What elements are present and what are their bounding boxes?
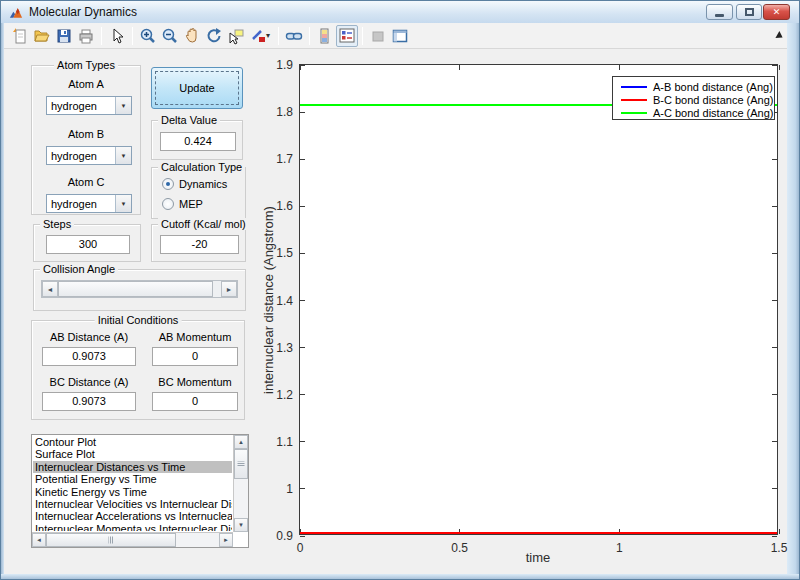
atom-types-panel: Atom Types Atom A hydrogen ▼ Atom B hydr… xyxy=(31,65,141,215)
slider-right-arrow[interactable]: ► xyxy=(221,281,237,297)
toolbar-separator xyxy=(309,27,310,45)
new-figure-button[interactable] xyxy=(9,25,31,47)
plot-type-list[interactable]: Contour PlotSurface PlotInternuclear Dis… xyxy=(31,434,249,548)
vertical-scrollbar[interactable]: ▲ ▼ xyxy=(233,435,248,532)
scroll-right-arrow[interactable]: ► xyxy=(219,533,233,547)
y-tick-mark xyxy=(300,112,305,113)
vertical-scroll-thumb[interactable] xyxy=(234,449,248,479)
atom-c-dropdown[interactable]: hydrogen ▼ xyxy=(46,194,132,213)
list-item[interactable]: Internuclear Velocities vs Internuclear … xyxy=(33,498,232,510)
link-plot-button[interactable] xyxy=(283,25,305,47)
scroll-left-arrow[interactable]: ◄ xyxy=(32,533,46,547)
y-tick-mark xyxy=(772,159,777,160)
atom-b-dropdown[interactable]: hydrogen ▼ xyxy=(46,146,132,165)
save-figure-button[interactable] xyxy=(53,25,75,47)
insert-legend-button[interactable] xyxy=(336,25,358,47)
legend-entry: A-B bond distance (Ang) xyxy=(613,80,774,93)
ab-distance-field[interactable]: 0.9073 xyxy=(42,347,136,366)
y-tick-mark xyxy=(300,441,305,442)
zoom-in-icon xyxy=(139,27,157,45)
open-file-button[interactable] xyxy=(31,25,53,47)
hide-plot-tools-button[interactable] xyxy=(367,25,389,47)
y-tick-mark xyxy=(772,488,777,489)
maximize-button[interactable] xyxy=(736,4,762,20)
zoom-out-button[interactable] xyxy=(159,25,181,47)
chevron-down-icon[interactable]: ▼ xyxy=(115,97,131,114)
zoom-in-button[interactable] xyxy=(137,25,159,47)
ab-distance-label: AB Distance (A) xyxy=(42,331,136,343)
scroll-down-arrow[interactable]: ▼ xyxy=(234,518,248,532)
horizontal-scroll-thumb[interactable] xyxy=(46,533,176,547)
dynamics-radio[interactable]: Dynamics xyxy=(162,178,227,190)
data-cursor-icon xyxy=(227,27,245,45)
horizontal-scrollbar[interactable]: ◄ ► xyxy=(32,532,233,547)
brush-dropdown-caret-icon[interactable]: ▾ xyxy=(266,31,274,40)
x-axis-label: time xyxy=(526,550,551,565)
radio-1[interactable] xyxy=(162,198,174,210)
collision-angle-slider[interactable]: ◄ ► xyxy=(41,280,238,298)
x-tick-mark xyxy=(459,65,460,70)
panel-title: Atom Types xyxy=(54,59,118,71)
toolbar-overflow-arrow-icon[interactable] xyxy=(775,31,784,41)
list-item[interactable]: Internuclear Accelerations vs Internucle… xyxy=(33,510,232,522)
scroll-up-arrow[interactable]: ▲ xyxy=(234,435,248,449)
x-tick-mark xyxy=(779,529,780,534)
panel-title: Initial Conditions xyxy=(95,314,182,326)
list-item[interactable]: Surface Plot xyxy=(33,448,232,460)
calculation-type-panel: Calculation Type Dynamics MEP xyxy=(151,167,246,219)
plot-legend[interactable]: A-B bond distance (Ang)B-C bond distance… xyxy=(612,76,775,120)
insert-colorbar-button[interactable] xyxy=(314,25,336,47)
edit-plot-button[interactable] xyxy=(106,25,128,47)
chevron-down-icon[interactable]: ▼ xyxy=(115,195,131,212)
rotate-3d-button[interactable] xyxy=(203,25,225,47)
plot-axes[interactable]: 00.511.50.911.11.21.31.41.51.61.71.81.9A… xyxy=(299,64,778,535)
cutoff-field[interactable]: -20 xyxy=(160,235,239,254)
show-plot-tools-icon xyxy=(391,27,409,45)
y-tick-mark xyxy=(300,253,305,254)
list-item[interactable]: Contour Plot xyxy=(33,436,232,448)
update-button[interactable]: Update xyxy=(151,67,243,109)
app-window: Molecular Dynamics ✕ xyxy=(0,0,800,580)
panel-title: Delta Value xyxy=(158,114,220,126)
y-tick-mark xyxy=(300,394,305,395)
delta-value-panel: Delta Value 0.424 xyxy=(151,120,243,160)
minimize-button[interactable] xyxy=(706,4,733,20)
list-item[interactable]: Kinetic Energy vs Time xyxy=(33,486,232,498)
pan-button[interactable] xyxy=(181,25,203,47)
hand-icon xyxy=(183,27,201,45)
chevron-down-icon[interactable]: ▼ xyxy=(115,147,131,164)
toolbar-separator xyxy=(101,27,102,45)
ab-momentum-field[interactable]: 0 xyxy=(152,347,238,366)
list-item[interactable]: Potential Energy vs Time xyxy=(33,473,232,485)
open-folder-icon xyxy=(33,27,51,45)
slider-left-arrow[interactable]: ◄ xyxy=(42,281,58,297)
y-tick-mark xyxy=(300,159,305,160)
mep-radio[interactable]: MEP xyxy=(162,198,203,210)
steps-field[interactable]: 300 xyxy=(46,235,130,254)
atom-a-dropdown[interactable]: hydrogen ▼ xyxy=(46,96,132,115)
close-button[interactable]: ✕ xyxy=(763,4,790,20)
bc-distance-field[interactable]: 0.9073 xyxy=(42,392,136,411)
y-tick-label: 1.2 xyxy=(276,388,300,402)
radio-0[interactable] xyxy=(162,178,174,190)
bc-momentum-field[interactable]: 0 xyxy=(152,392,238,411)
legend-label: B-C bond distance (Ang) xyxy=(653,94,773,106)
list-item[interactable]: Internuclear Momenta vs Internuclear Dis… xyxy=(33,523,232,531)
data-cursor-button[interactable] xyxy=(225,25,247,47)
link-icon xyxy=(285,27,303,45)
delta-value-field[interactable]: 0.424 xyxy=(160,132,236,151)
x-tick-label: 0.5 xyxy=(451,541,468,555)
show-plot-tools-button[interactable] xyxy=(389,25,411,47)
atom-c-label: Atom C xyxy=(32,176,140,188)
figure-content: Atom Types Atom A hydrogen ▼ Atom B hydr… xyxy=(4,50,787,574)
y-tick-mark xyxy=(772,253,777,254)
y-tick-mark xyxy=(300,206,305,207)
y-tick-label: 1.7 xyxy=(276,152,300,166)
list-item[interactable]: Internuclear Distances vs Time xyxy=(33,461,232,473)
legend-label: A-C bond distance (Ang) xyxy=(653,107,773,119)
print-figure-button[interactable] xyxy=(75,25,97,47)
slider-thumb[interactable] xyxy=(58,281,213,297)
title-bar[interactable]: Molecular Dynamics xyxy=(1,1,799,23)
x-tick-label: 1.5 xyxy=(771,541,788,555)
steps-panel: Steps 300 xyxy=(33,224,141,262)
